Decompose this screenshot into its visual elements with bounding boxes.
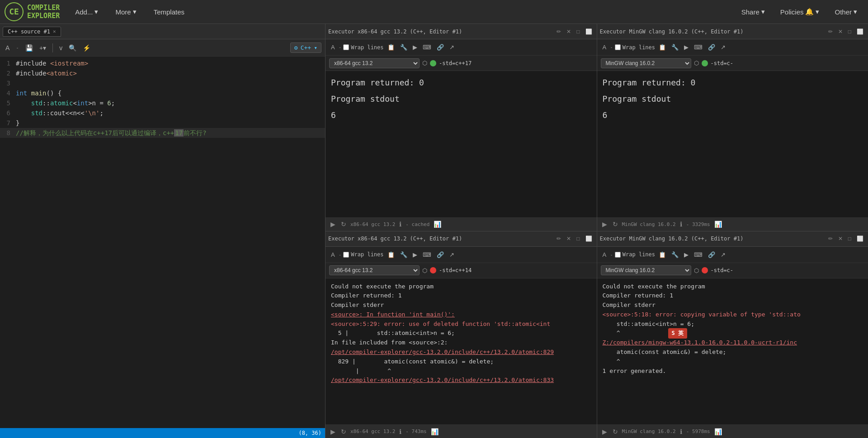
exec-2-font-btn[interactable]: A bbox=[601, 43, 609, 52]
language-selector[interactable]: ⚙ C++ ▾ bbox=[290, 42, 321, 53]
exec-1-min-btn[interactable]: □ bbox=[575, 28, 581, 36]
main-layout: C++ source #1 ✕ A - 💾 +▾ v 🔍 ⚡ ⚙ C++ ▾ bbox=[0, 24, 868, 438]
exec-1-copy-btn[interactable]: 📋 bbox=[386, 43, 396, 52]
bookmark-button[interactable]: ⚡ bbox=[81, 43, 92, 52]
exec-3-compiler-select[interactable]: x86-64 gcc 13.2 bbox=[329, 265, 420, 275]
font-size-button[interactable]: A bbox=[4, 43, 11, 52]
exec-1-footer-graph[interactable]: 📊 bbox=[432, 220, 443, 228]
exec-3-font-btn[interactable]: A bbox=[329, 250, 337, 259]
exec-3-share-btn[interactable]: ↗ bbox=[448, 250, 456, 259]
exec-3-footer-run[interactable]: ▶ bbox=[329, 428, 337, 436]
exec-3-footer-refresh[interactable]: ↻ bbox=[340, 428, 348, 436]
exec-2-footer-graph[interactable]: 📊 bbox=[713, 220, 723, 228]
exec-4-stdin-btn[interactable]: ⌨ bbox=[692, 250, 704, 259]
share-button[interactable]: Share ▾ bbox=[735, 5, 771, 19]
exec-2-stdin-btn[interactable]: ⌨ bbox=[692, 43, 704, 52]
exec-2-settings-btn[interactable]: 🔧 bbox=[670, 43, 680, 52]
exec-1-open-btn[interactable]: ⬡ bbox=[422, 60, 427, 66]
exec-3-settings-btn[interactable]: 🔧 bbox=[398, 250, 409, 259]
editor-status-bar: (8, 36) bbox=[0, 428, 325, 438]
exec-1-run-btn[interactable]: ▶ bbox=[411, 43, 419, 52]
templates-button[interactable]: Templates bbox=[147, 5, 191, 19]
exec-2-run-btn[interactable]: ▶ bbox=[682, 43, 690, 52]
exec-2-edit-btn[interactable]: ✏ bbox=[826, 28, 835, 36]
exec-1-stdin-btn[interactable]: ⌨ bbox=[421, 43, 433, 52]
exec-4-wrap-checkbox[interactable] bbox=[615, 252, 621, 258]
exec-title-bar-3: Executor x86-64 gcc 13.2 (C++, Editor #1… bbox=[326, 231, 597, 247]
exec-2-copy-btn[interactable]: 📋 bbox=[657, 43, 668, 52]
policies-button[interactable]: Policies 🔔 ▾ bbox=[774, 5, 826, 19]
exec-3-close-btn[interactable]: ✕ bbox=[565, 235, 573, 243]
exec-toolbar-3: A - Wrap lines 📋 🔧 ▶ ⌨ 🔗 ↗ bbox=[326, 247, 597, 263]
exec-2-compiler-select[interactable]: MinGW clang 16.0.2 bbox=[601, 58, 691, 68]
executor-window-1: Executor x86-64 gcc 13.2 (C++, Editor #1… bbox=[326, 24, 597, 231]
exec-4-compiler-select[interactable]: MinGW clang 16.0.2 bbox=[601, 265, 691, 275]
exec-3-footer-graph[interactable]: 📊 bbox=[429, 428, 440, 436]
exec-2-min-btn[interactable]: □ bbox=[846, 28, 853, 36]
exec-4-open-btn[interactable]: ⬡ bbox=[694, 267, 699, 274]
exec-1-footer-refresh[interactable]: ↻ bbox=[340, 220, 348, 228]
add-button[interactable]: Add... ▾ bbox=[69, 5, 104, 19]
exec-4-footer-graph[interactable]: 📊 bbox=[713, 428, 723, 436]
exec-3-max-btn[interactable]: ⬜ bbox=[584, 235, 594, 243]
exec-4-wrap-check[interactable]: Wrap lines bbox=[615, 251, 655, 258]
exec-4-share-btn[interactable]: ↗ bbox=[719, 250, 727, 259]
exec-2-max-btn[interactable]: ⬜ bbox=[855, 28, 865, 36]
exec-3-stdin-btn[interactable]: ⌨ bbox=[421, 250, 433, 259]
exec-1-footer-info[interactable]: ℹ bbox=[398, 220, 403, 228]
add-button-editor[interactable]: +▾ bbox=[38, 43, 48, 52]
exec-3-footer-info[interactable]: ℹ bbox=[398, 428, 403, 436]
exec-2-open-btn[interactable]: ⬡ bbox=[694, 60, 699, 66]
more-button[interactable]: More ▾ bbox=[109, 5, 142, 19]
exec-2-share-btn[interactable]: ↗ bbox=[719, 43, 727, 52]
exec-3-run-btn[interactable]: ▶ bbox=[411, 250, 419, 259]
exec-1-close-btn[interactable]: ✕ bbox=[565, 28, 573, 36]
exec-4-footer-refresh[interactable]: ↻ bbox=[611, 428, 619, 436]
exec-4-font-btn[interactable]: A bbox=[601, 250, 609, 259]
exec-2-footer-run[interactable]: ▶ bbox=[601, 220, 609, 228]
exec-1-font-btn[interactable]: A bbox=[329, 43, 337, 52]
exec-1-share-btn[interactable]: ↗ bbox=[448, 43, 456, 52]
exec-1-footer-run[interactable]: ▶ bbox=[329, 220, 337, 228]
exec-4-link-btn[interactable]: 🔗 bbox=[706, 250, 717, 259]
exec-3-wrap-checkbox[interactable] bbox=[343, 252, 349, 258]
vim-mode-button[interactable]: v bbox=[57, 43, 64, 52]
exec-4-footer-run[interactable]: ▶ bbox=[601, 428, 609, 436]
search-button[interactable]: 🔍 bbox=[67, 43, 78, 52]
exec-3-copy-btn[interactable]: 📋 bbox=[386, 250, 396, 259]
exec-3-link-btn[interactable]: 🔗 bbox=[435, 250, 446, 259]
exec-title-bar-1: Executor x86-64 gcc 13.2 (C++, Editor #1… bbox=[326, 24, 597, 39]
svg-text:CE: CE bbox=[9, 7, 19, 16]
exec-1-max-btn[interactable]: ⬜ bbox=[584, 28, 594, 36]
exec-4-footer-info[interactable]: ℹ bbox=[679, 428, 684, 436]
exec-4-copy-btn[interactable]: 📋 bbox=[657, 250, 668, 259]
exec-1-edit-btn[interactable]: ✏ bbox=[555, 28, 563, 36]
exec-4-run-btn[interactable]: ▶ bbox=[682, 250, 690, 259]
exec-2-close-btn[interactable]: ✕ bbox=[836, 28, 844, 36]
exec-4-max-btn[interactable]: ⬜ bbox=[855, 235, 865, 243]
exec-3-wrap-check[interactable]: Wrap lines bbox=[343, 251, 383, 258]
exec-4-min-btn[interactable]: □ bbox=[846, 235, 853, 243]
exec-2-footer-refresh[interactable]: ↻ bbox=[611, 220, 619, 228]
exec-2-footer-info[interactable]: ℹ bbox=[679, 220, 684, 228]
save-button[interactable]: 💾 bbox=[24, 43, 35, 52]
exec-2-link-btn[interactable]: 🔗 bbox=[706, 43, 717, 52]
exec-3-edit-btn[interactable]: ✏ bbox=[555, 235, 563, 243]
exec-1-wrap-check[interactable]: Wrap lines bbox=[343, 44, 383, 51]
exec-4-edit-btn[interactable]: ✏ bbox=[826, 235, 835, 243]
editor-tab-cpp[interactable]: C++ source #1 ✕ bbox=[3, 27, 61, 37]
exec-1-wrap-checkbox[interactable] bbox=[343, 44, 349, 50]
code-lines: 1 #include <iostream> 2 #include<atomic>… bbox=[0, 57, 325, 140]
exec-4-settings-btn[interactable]: 🔧 bbox=[670, 250, 680, 259]
exec-3-min-btn[interactable]: □ bbox=[575, 235, 581, 243]
exec-1-compiler-select[interactable]: x86-64 gcc 13.2 bbox=[329, 58, 420, 68]
exec-4-close-btn[interactable]: ✕ bbox=[836, 235, 844, 243]
exec-3-open-btn[interactable]: ⬡ bbox=[422, 267, 427, 274]
exec-2-wrap-checkbox[interactable] bbox=[615, 44, 621, 50]
other-button[interactable]: Other ▾ bbox=[828, 5, 863, 19]
editor-tab-close[interactable]: ✕ bbox=[53, 28, 56, 34]
exec-1-link-btn[interactable]: 🔗 bbox=[435, 43, 446, 52]
exec-2-wrap-check[interactable]: Wrap lines bbox=[615, 44, 655, 51]
exec-1-settings-btn[interactable]: 🔧 bbox=[398, 43, 409, 52]
code-area[interactable]: 1 #include <iostream> 2 #include<atomic>… bbox=[0, 57, 325, 428]
